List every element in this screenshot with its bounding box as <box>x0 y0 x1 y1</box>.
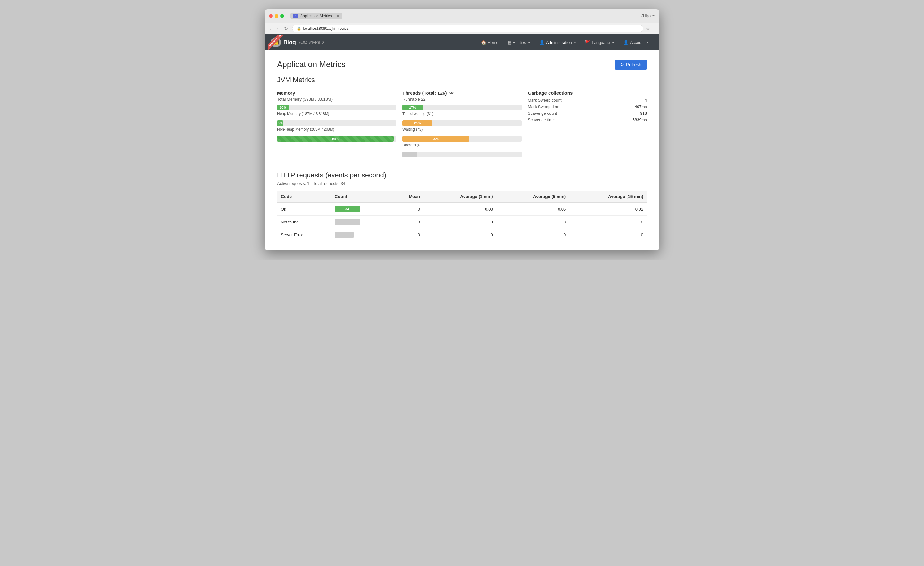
address-bar[interactable]: 🔒 localhost:8080/#/jhi-metrics <box>292 25 644 32</box>
count-bar-servererror <box>335 231 354 238</box>
metaspace-progress-bar: 98% <box>277 136 394 142</box>
table-row: Ok 34 0 0.08 0.05 0.02 <box>277 203 647 216</box>
timed-waiting-bar: 17% <box>402 105 423 110</box>
tab-favicon: J <box>293 14 298 18</box>
threads-section: Threads (Total: 126) 👁 Runnable 22 17% T… <box>402 90 522 162</box>
non-heap-progress-container: 5% <box>277 120 396 126</box>
page-header: Application Metrics ↻ Refresh <box>277 60 647 69</box>
extensions-icon[interactable]: ⋮ <box>652 26 656 31</box>
bookmark-icon[interactable]: ☆ <box>646 26 650 31</box>
tab-close-icon[interactable]: ✕ <box>336 14 339 18</box>
waiting-pct: 25% <box>414 121 421 125</box>
nav-language[interactable]: 🚩 Language ▼ <box>581 38 618 47</box>
gc-row-1: Mark Sweep time 407ms <box>528 104 647 110</box>
non-heap-pct-label: 5% <box>278 121 283 125</box>
refresh-button[interactable]: ↻ Refresh <box>615 60 647 69</box>
row-code-ok: Ok <box>277 203 331 216</box>
close-button[interactable] <box>269 14 273 18</box>
row-code-servererror: Server Error <box>277 228 331 241</box>
brand-version: v0.0.1-SNAPSHOT <box>299 41 326 44</box>
http-section: HTTP requests (events per second) Active… <box>277 171 647 241</box>
row-avg5-servererror: 0 <box>497 228 570 241</box>
reload-button[interactable]: ↻ <box>282 25 290 32</box>
brand-name: Blog <box>284 39 296 46</box>
back-button[interactable]: ‹ <box>268 25 272 32</box>
row-mean-servererror: 0 <box>390 228 424 241</box>
nav-administration[interactable]: 👤 Administration ▼ <box>536 38 580 47</box>
jvm-section-title: JVM Metrics <box>277 76 647 84</box>
heap-progress-wrap: 10% Heap Memory (187M / 3,818M) <box>277 105 396 116</box>
administration-chevron-icon: ▼ <box>573 41 576 44</box>
brand-avatar: 🧑 <box>271 37 281 47</box>
row-count-notfound <box>331 216 390 228</box>
minimize-button[interactable] <box>274 14 278 18</box>
row-avg5-notfound: 0 <box>497 216 570 228</box>
nav-entities[interactable]: ▦ Entities ▼ <box>504 38 535 47</box>
maximize-button[interactable] <box>280 14 284 18</box>
row-mean-notfound: 0 <box>390 216 424 228</box>
count-bar-wrap-ok: 34 <box>335 206 386 212</box>
col-avg15: Average (15 min) <box>570 191 647 203</box>
col-avg5: Average (5 min) <box>497 191 570 203</box>
main-content: Application Metrics ↻ Refresh JVM Metric… <box>264 50 660 251</box>
forward-button[interactable]: › <box>275 25 280 32</box>
metaspace-progress-container: 98% <box>277 136 396 142</box>
page-title: Application Metrics <box>277 60 345 69</box>
browser-toolbar: ‹ › ↻ 🔒 localhost:8080/#/jhi-metrics ☆ ⋮ <box>264 23 660 35</box>
entities-icon: ▦ <box>507 40 511 45</box>
gc-val-2: 918 <box>640 111 647 116</box>
navbar-brand[interactable]: Development 🧑 Blog v0.0.1-SNAPSHOT <box>271 37 326 47</box>
http-table: Code Count Mean Average (1 min) Average … <box>277 191 647 241</box>
browser-tab[interactable]: J Application Metrics ✕ <box>290 12 342 20</box>
non-heap-progress-bar: 5% <box>277 120 283 126</box>
nav-administration-label: Administration <box>546 40 572 45</box>
gc-key-0: Mark Sweep count <box>528 98 562 102</box>
row-avg15-servererror: 0 <box>570 228 647 241</box>
row-code-notfound: Not found <box>277 216 331 228</box>
gc-key-3: Scavenge time <box>528 117 555 122</box>
row-avg1-servererror: 0 <box>424 228 497 241</box>
timed-waiting-wrap: 17% Timed waiting (31) <box>402 105 522 116</box>
http-title: HTTP requests (events per second) <box>277 171 647 179</box>
main-nav: 🏠 Home ▦ Entities ▼ 👤 Administration ▼ 🚩… <box>477 38 653 47</box>
heap-progress-container: 10% <box>277 105 396 110</box>
refresh-label: Refresh <box>626 62 641 67</box>
runnable-label: Runnable 22 <box>402 97 522 102</box>
browser-titlebar: J Application Metrics ✕ JHipster <box>264 9 660 23</box>
nav-home-label: Home <box>488 40 499 45</box>
extra-thread-wrap <box>402 152 522 157</box>
threads-eye-icon[interactable]: 👁 <box>450 91 453 96</box>
threads-title-text: Threads <box>402 90 421 96</box>
memory-total-label: Total Memory (393M / 3,818M) <box>277 97 396 102</box>
extra-thread-bar <box>402 152 417 157</box>
waiting-desc: Waiting (73) <box>402 127 522 132</box>
lock-icon: 🔒 <box>297 27 301 31</box>
language-chevron-icon: ▼ <box>612 41 615 44</box>
col-avg1: Average (1 min) <box>424 191 497 203</box>
blocked-bar: 56% <box>402 136 469 142</box>
gc-label: Garbage collections <box>528 90 647 96</box>
metrics-grid: Memory Total Memory (393M / 3,818M) 10% … <box>277 90 647 162</box>
threads-total: (Total: 126) <box>422 90 447 96</box>
gc-val-0: 4 <box>645 98 647 102</box>
gc-section: Garbage collections Mark Sweep count 4 M… <box>528 90 647 162</box>
table-row: Not found 0 0 0 0 <box>277 216 647 228</box>
gc-key-1: Mark Sweep time <box>528 104 559 109</box>
blocked-pct: 56% <box>432 137 439 141</box>
gc-row-2: Scavenge count 918 <box>528 110 647 117</box>
col-count: Count <box>331 191 390 203</box>
row-avg15-notfound: 0 <box>570 216 647 228</box>
nav-home[interactable]: 🏠 Home <box>477 38 502 47</box>
timed-waiting-container: 17% <box>402 105 522 110</box>
metaspace-pct-label: 98% <box>332 137 339 141</box>
non-heap-desc: Non-Heap Memory (205M / 208M) <box>277 127 396 132</box>
nav-account[interactable]: 👤 Account ▼ <box>620 38 653 47</box>
http-table-head: Code Count Mean Average (1 min) Average … <box>277 191 647 203</box>
gc-table: Mark Sweep count 4 Mark Sweep time 407ms… <box>528 97 647 123</box>
row-avg5-ok: 0.05 <box>497 203 570 216</box>
blocked-wrap: 56% Blocked (0) <box>402 136 522 147</box>
waiting-wrap: 25% Waiting (73) <box>402 120 522 132</box>
administration-icon: 👤 <box>539 40 544 45</box>
toolbar-actions: ☆ ⋮ <box>646 26 656 31</box>
nav-language-label: Language <box>592 40 610 45</box>
